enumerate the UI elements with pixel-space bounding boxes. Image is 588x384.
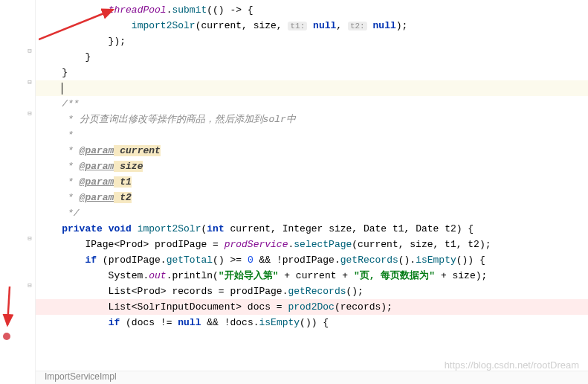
code-line[interactable]: List<Prod> records = prodIPage.getRecord… — [36, 284, 588, 299]
code-area[interactable]: threadPool.submit(() -> { import2Solr(cu… — [36, 0, 588, 384]
fold-marker[interactable]: ⊟ — [26, 282, 33, 289]
fold-marker[interactable]: ⊟ — [26, 110, 33, 118]
code-line[interactable]: } — [36, 49, 588, 65]
code-line[interactable]: * 分页查询出修改等操作的商品，然后添加到solr中 — [36, 112, 588, 127]
code-line[interactable]: if (prodIPage.getTotal() >= 0 && !prodIP… — [36, 252, 588, 268]
code-line[interactable]: System.out.println("开始导入第" + current + "… — [36, 268, 588, 284]
breakpoint-marker[interactable] — [3, 333, 10, 340]
fold-marker[interactable]: ⊟ — [26, 235, 33, 243]
code-line[interactable]: * @param size — [36, 159, 588, 174]
code-line[interactable]: }); — [36, 33, 588, 49]
param-hint: t1: — [288, 22, 307, 31]
editor-container: ⊟ ⊟ ⊟ ⊟ ⊟ threadPool.submit(() -> { impo… — [0, 0, 588, 384]
caret — [62, 83, 62, 95]
code-line[interactable]: IPage<Prod> prodIPage = prodService.sele… — [36, 237, 588, 252]
fold-marker[interactable]: ⊟ — [26, 48, 33, 55]
code-line[interactable]: if (docs != null && !docs.isEmpty()) { — [36, 315, 588, 330]
code-line[interactable]: import2Solr(current, size, t1: null, t2:… — [36, 18, 588, 33]
breadcrumb[interactable]: ImportServiceImpl — [36, 371, 588, 384]
code-line[interactable]: * @param t2 — [36, 190, 588, 205]
code-line[interactable]: * @param t1 — [36, 174, 588, 190]
code-line[interactable]: * @param current — [36, 143, 588, 159]
watermark: https://blog.csdn.net/rootDream — [445, 359, 579, 371]
gutter[interactable]: ⊟ ⊟ ⊟ ⊟ ⊟ — [0, 0, 36, 384]
code-line[interactable]: private void import2Solr(int current, In… — [36, 221, 588, 237]
fold-marker[interactable]: ⊟ — [26, 79, 33, 86]
code-line-breakpoint[interactable]: List<SolrInputDocument> docs = prod2Doc(… — [36, 299, 588, 315]
code-line[interactable]: /** — [36, 96, 588, 112]
code-line[interactable]: threadPool.submit(() -> { — [36, 2, 588, 18]
code-line-caret[interactable] — [36, 80, 588, 96]
code-line[interactable]: } — [36, 65, 588, 80]
code-line[interactable]: */ — [36, 205, 588, 221]
param-hint: t2: — [348, 22, 367, 31]
code-line[interactable]: * — [36, 127, 588, 143]
